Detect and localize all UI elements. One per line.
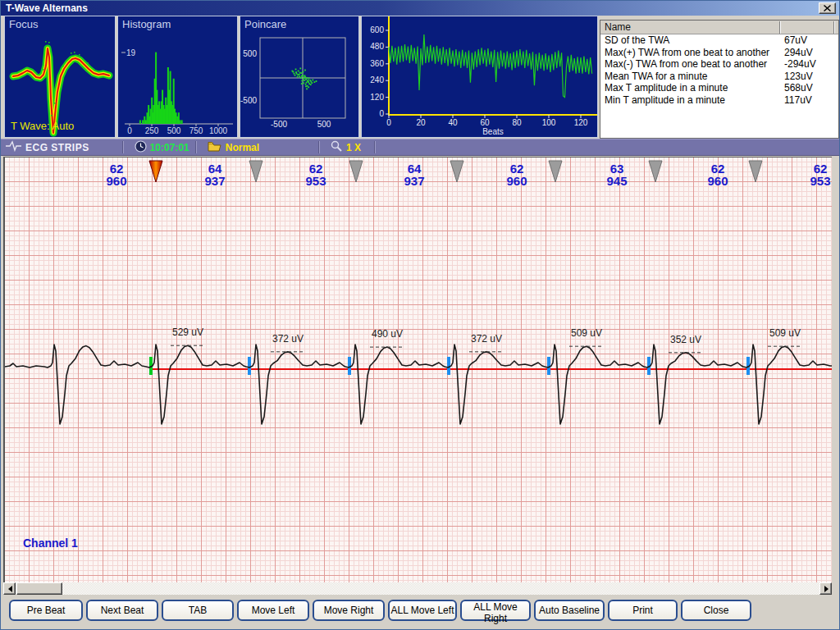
beat-interval-ms: 953 xyxy=(810,175,830,187)
beat-interval-ms: 960 xyxy=(707,175,728,187)
histogram-ymax-label: 19 xyxy=(126,48,136,57)
trend-y-tick: 600 xyxy=(370,25,384,34)
trend-x-tick: 0 xyxy=(386,118,391,127)
poincare-point xyxy=(314,81,316,83)
clock-icon xyxy=(135,140,147,155)
poincare-point xyxy=(305,79,307,80)
poincare-point xyxy=(300,72,302,74)
histogram-bar xyxy=(142,120,144,124)
close-icon[interactable] xyxy=(819,2,836,14)
poincare-title: Poincare xyxy=(244,18,286,30)
trend-xlabel: Beats xyxy=(482,127,504,136)
poincare-point xyxy=(304,76,305,78)
beat-marker[interactable] xyxy=(549,161,562,182)
horizontal-scrollbar[interactable] xyxy=(3,582,832,595)
poincare-point xyxy=(295,69,297,71)
histogram-chart: 1902505007501000 xyxy=(118,16,237,137)
table-row[interactable]: Max(-) TWA from one beat to another-294u… xyxy=(600,58,838,71)
ecg-strip[interactable]: Channel 1 529 uV372 uV490 uV372 uV509 uV… xyxy=(3,157,832,582)
trend-y-tick: 240 xyxy=(370,75,384,84)
poincare-point xyxy=(303,82,304,84)
beat-interval-ms: 945 xyxy=(606,175,627,187)
beat-rate: 62 xyxy=(106,162,126,175)
histogram-x-tick: 750 xyxy=(189,126,203,135)
beat-marker[interactable] xyxy=(249,161,262,182)
beat-marker[interactable] xyxy=(749,161,762,182)
close-button[interactable]: Close xyxy=(681,600,751,621)
all-move-left-button[interactable]: ALL Move Left xyxy=(388,600,457,621)
poincare-point xyxy=(305,85,307,87)
scrollbar-thumb[interactable] xyxy=(16,582,62,595)
histogram-bar xyxy=(139,120,141,124)
beat-marker[interactable] xyxy=(349,161,363,182)
beat-rate-interval-label: 63945 xyxy=(606,162,627,187)
poincare-point xyxy=(306,82,308,84)
heartbeat-icon xyxy=(6,140,22,154)
move-left-button[interactable]: Move Left xyxy=(237,600,309,621)
column-divider xyxy=(833,21,835,34)
poincare-point xyxy=(312,80,313,81)
poincare-point xyxy=(308,83,310,84)
pre-beat-button[interactable]: Pre Beat xyxy=(9,600,83,621)
focus-waveform xyxy=(5,16,115,137)
histogram-x-tick: 250 xyxy=(145,126,159,135)
trend-x-tick: 40 xyxy=(448,118,458,127)
poincare-point xyxy=(306,88,308,89)
poincare-point xyxy=(308,86,309,88)
poincare-y-tick: 500 xyxy=(243,49,257,58)
poincare-x-tick: 500 xyxy=(317,120,331,129)
poincare-point xyxy=(294,73,295,75)
poincare-point xyxy=(308,80,309,81)
beat-rate: 62 xyxy=(810,162,830,175)
toolbar-separator xyxy=(374,141,376,153)
histogram-title: Histogram xyxy=(122,18,171,30)
poincare-point xyxy=(298,71,299,72)
left-arrow-icon xyxy=(5,586,12,592)
beat-rate: 64 xyxy=(204,162,225,175)
focus-title: Focus xyxy=(9,18,38,30)
selected-beat-marker[interactable] xyxy=(149,161,162,182)
poincare-point xyxy=(296,73,298,75)
beat-rate-interval-label: 64937 xyxy=(404,162,424,187)
scroll-right-button[interactable] xyxy=(819,582,832,595)
table-row[interactable]: Max(+) TWA from one beat to another294uV xyxy=(600,47,838,59)
beat-rate: 64 xyxy=(404,162,424,175)
poincare-point xyxy=(304,70,306,71)
poincare-point xyxy=(304,80,305,81)
poincare-point xyxy=(304,75,306,76)
beat-marker[interactable] xyxy=(649,161,662,182)
table-row[interactable]: Mean TWA for a minute123uV xyxy=(600,71,838,83)
table-row[interactable]: SD of the TWA67uV xyxy=(600,34,838,47)
magnifier-icon xyxy=(331,140,342,154)
move-right-button[interactable]: Move Right xyxy=(313,600,385,621)
right-arrow-icon xyxy=(824,586,832,592)
beat-rate-interval-label: 62953 xyxy=(810,162,830,187)
auto-baseline-button[interactable]: Auto Baseline xyxy=(534,600,605,621)
scroll-left-button[interactable] xyxy=(3,582,16,595)
twa-trend-panel: 6004803602401200020406080100120Beats xyxy=(361,16,598,138)
tab-button[interactable]: TAB xyxy=(162,600,234,621)
print-button[interactable]: Print xyxy=(608,600,678,621)
poincare-point xyxy=(307,85,308,87)
poincare-point xyxy=(303,78,304,80)
poincare-panel: 500-500-500500 Poincare xyxy=(240,16,359,138)
poincare-point xyxy=(299,75,300,77)
stats-header-row: Name xyxy=(600,21,838,34)
histogram-x-tick: 500 xyxy=(167,126,181,135)
all-move-right-button[interactable]: ALL Move Right xyxy=(460,600,531,621)
poincare-point xyxy=(306,77,308,79)
window-title: T-Wave Alternans xyxy=(6,2,88,14)
poincare-point xyxy=(301,83,303,84)
beat-interval-ms: 953 xyxy=(305,175,326,187)
beat-interval-ms: 960 xyxy=(506,175,527,187)
histogram-x-tick: 1000 xyxy=(209,126,228,135)
next-beat-button[interactable]: Next Beat xyxy=(86,600,158,621)
beat-marker[interactable] xyxy=(450,161,463,182)
toolbar-separator xyxy=(195,141,197,153)
poincare-point xyxy=(299,68,301,70)
table-row[interactable]: Min T amplitude in a minute117uV xyxy=(600,94,838,107)
toolbar-title: ECG STRIPS xyxy=(25,142,89,153)
beat-interval-ms: 937 xyxy=(404,175,424,187)
poincare-point xyxy=(297,74,299,75)
table-row[interactable]: Max T amplitude in a minute568uV xyxy=(600,82,838,94)
